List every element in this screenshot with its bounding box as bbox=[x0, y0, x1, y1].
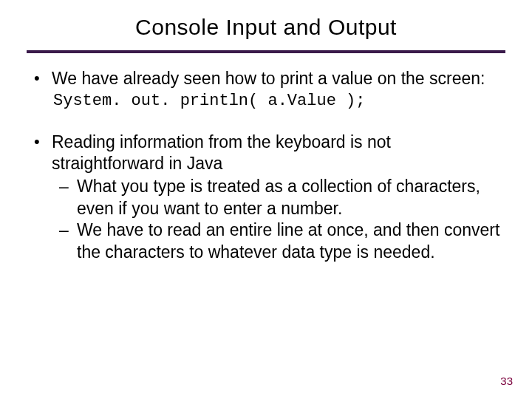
sub-bullet-item: We have to read an entire line at once, … bbox=[56, 219, 505, 263]
bullet-list: We have already seen how to print a valu… bbox=[30, 68, 505, 263]
bullet-item: Reading information from the keyboard is… bbox=[30, 132, 505, 264]
slide-title: Console Input and Output bbox=[27, 15, 505, 40]
slide: Console Input and Output We have already… bbox=[0, 0, 532, 263]
bullet-text: Reading information from the keyboard is… bbox=[52, 132, 391, 173]
sub-bullet-list: What you type is treated as a collection… bbox=[52, 176, 505, 263]
page-number: 33 bbox=[500, 375, 513, 387]
code-line: System. out. println( a.Value ); bbox=[53, 91, 505, 112]
bullet-text: We have already seen how to print a valu… bbox=[52, 69, 485, 88]
sub-bullet-item: What you type is treated as a collection… bbox=[56, 176, 505, 219]
title-rule bbox=[27, 50, 505, 53]
bullet-item: We have already seen how to print a valu… bbox=[30, 68, 505, 112]
